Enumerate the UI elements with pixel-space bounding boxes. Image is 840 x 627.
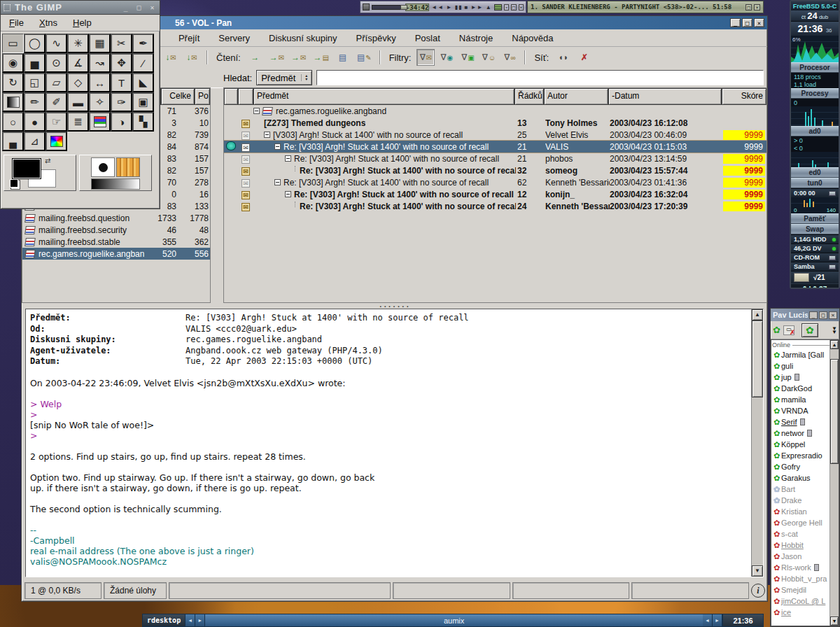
taskbar-window-button[interactable]: aumix bbox=[205, 614, 703, 626]
state-column-header[interactable] bbox=[238, 88, 253, 105]
contact-row[interactable]: ✿ Expresradio bbox=[771, 450, 830, 461]
contact-row[interactable]: ✿ Kristian bbox=[771, 506, 830, 517]
gimp-tool-button[interactable]: ◉ bbox=[2, 53, 24, 73]
process-panel-label[interactable]: Procesy bbox=[791, 88, 839, 99]
gimp-tool-button[interactable]: ⊿ bbox=[24, 132, 46, 151]
gimp-tool-button[interactable]: ◑ bbox=[111, 112, 132, 132]
contact-row[interactable]: ✿ networ bbox=[771, 428, 830, 439]
contact-row[interactable]: ✿ s-cat bbox=[771, 528, 830, 540]
gimp-tool-button[interactable]: ☞ bbox=[46, 112, 67, 132]
net1-panel-label[interactable]: ed0 bbox=[791, 167, 839, 178]
xmms-minimize-button[interactable]: - bbox=[504, 4, 509, 10]
brush-preview[interactable] bbox=[91, 157, 115, 177]
article-row[interactable]: [V303] Argh! Stuck at 1400' with no sour… bbox=[224, 129, 766, 141]
toolbar-button[interactable]: ▤ bbox=[334, 49, 352, 66]
xmms-seek-slider[interactable] bbox=[372, 5, 403, 10]
timer-button[interactable] bbox=[829, 191, 836, 196]
net2-chart[interactable] bbox=[791, 197, 839, 207]
group-header[interactable]: Online bbox=[771, 341, 830, 349]
contact-row[interactable]: ✿ Smejdil bbox=[771, 584, 830, 596]
pan-toolbar-item[interactable]: ∇◉ bbox=[438, 49, 456, 66]
gimp-tool-button[interactable]: ✳ bbox=[67, 34, 89, 53]
lines-column-header[interactable]: Řádků bbox=[514, 88, 544, 105]
tree-expander-icon[interactable] bbox=[253, 108, 260, 114]
fg-bg-color-selector[interactable]: ⇄ bbox=[4, 155, 76, 191]
po-column-header[interactable]: Po bbox=[195, 88, 210, 105]
gimp-tool-button[interactable]: ✒ bbox=[132, 34, 154, 53]
gimp-tool-button[interactable]: ◱ bbox=[24, 73, 46, 92]
cdrom-panel[interactable]: CD-ROM bbox=[791, 253, 839, 262]
gimp-menu-item[interactable]: File bbox=[9, 17, 24, 28]
article-row[interactable]: Re: [V303] Argh! Stuck at 1400' with no … bbox=[224, 153, 766, 164]
memory-panel-label[interactable]: Paměť bbox=[791, 213, 839, 224]
contact-row[interactable]: ✿ George Hell bbox=[771, 517, 830, 528]
scroll-thumb[interactable] bbox=[752, 320, 763, 397]
contact-row[interactable]: ✿ jimCooL @ L bbox=[771, 596, 830, 607]
contact-row[interactable]: ✿ mamila bbox=[771, 394, 830, 405]
gimp-tool-button[interactable]: ▱ bbox=[46, 73, 67, 92]
toolbar-button[interactable]: ↓✉ bbox=[162, 49, 180, 66]
toolbar-button[interactable]: ↓✉ bbox=[183, 49, 201, 66]
article-row[interactable]: Re: [V303] Argh! Stuck at 1400' with no … bbox=[224, 176, 766, 188]
gimp-tool-button[interactable] bbox=[2, 92, 24, 112]
article-row[interactable]: rec.games.roguelike.angband bbox=[224, 105, 766, 117]
pan-toolbar-item[interactable]: → bbox=[246, 49, 265, 66]
xmms-unshade-button[interactable]: □ bbox=[511, 4, 516, 10]
gimp-titlebar[interactable]: The GIMP _ □ ✕ bbox=[1, 1, 160, 15]
tree-expander-icon[interactable] bbox=[285, 191, 291, 197]
gimp-tool-button[interactable] bbox=[46, 132, 67, 151]
xmms-eq-toggle[interactable] bbox=[494, 4, 502, 10]
gkrellm-date[interactable]: čt 24 dub bbox=[791, 10, 839, 21]
mailbox-icon[interactable] bbox=[794, 273, 809, 282]
foreground-color-swatch[interactable] bbox=[13, 159, 41, 178]
contact-row[interactable]: ✿ Jason bbox=[771, 551, 830, 562]
body-scrollbar[interactable]: ▲ ▼ bbox=[751, 309, 763, 577]
cpu-chart[interactable]: 6% bbox=[791, 36, 839, 62]
eject-button[interactable] bbox=[829, 255, 836, 260]
pan-menu-item[interactable]: Nástroje bbox=[459, 33, 493, 43]
scroll-thumb[interactable] bbox=[830, 359, 839, 464]
gimp-menu-item[interactable]: Help bbox=[73, 17, 92, 28]
gimp-menu-item[interactable]: Xtns bbox=[39, 17, 57, 28]
gimp-tool-button[interactable]: ▭ bbox=[2, 34, 24, 53]
tree-expander-icon[interactable] bbox=[274, 179, 281, 185]
pan-toolbar-item[interactable]: Filtry: bbox=[386, 51, 414, 64]
gimp-tool-button[interactable]: ↔ bbox=[89, 73, 111, 92]
gimp-tool-button[interactable]: ● bbox=[24, 112, 46, 132]
pan-toolbar-item[interactable]: ▤✎ bbox=[355, 49, 374, 66]
pan-menu-item[interactable]: Příspěvky bbox=[356, 33, 396, 43]
taskbar-active-task[interactable]: rdesktop bbox=[143, 614, 186, 626]
playlist-close-button[interactable]: ✕ bbox=[754, 4, 760, 10]
toolbar-button[interactable]: →▤ bbox=[311, 49, 330, 66]
contact-row[interactable]: ✿ Drake bbox=[771, 495, 830, 506]
playlist-unshade-button[interactable]: □ bbox=[746, 4, 752, 10]
pan-toolbar-item[interactable]: ∇☺ bbox=[479, 49, 498, 66]
pan-toolbar-item[interactable]: →✉ bbox=[267, 49, 286, 66]
gimp-tool-button[interactable]: ▚ bbox=[132, 112, 154, 132]
gimp-tool-button[interactable]: ∕ bbox=[132, 53, 154, 73]
article-row[interactable]: Re: [V303] Argh! Stuck at 1400' with no … bbox=[224, 164, 766, 176]
contact-row[interactable]: ✿ Hobbit_v_pra bbox=[771, 573, 830, 584]
licq-maximize-button[interactable]: □ bbox=[819, 311, 827, 319]
gimp-tool-button[interactable]: ↻ bbox=[2, 73, 24, 92]
gimp-tool-button[interactable]: ○ bbox=[2, 112, 24, 132]
toolbar-button[interactable]: ∇◉ bbox=[438, 49, 456, 66]
pan-menu-item[interactable]: Poslat bbox=[415, 33, 440, 43]
toolbar-button[interactable]: ✗ bbox=[575, 49, 594, 66]
group-row[interactable]: mailing.freebsd.question 1733 1778 bbox=[22, 212, 210, 224]
scroll-down-icon[interactable]: ▼ bbox=[830, 617, 839, 626]
pan-toolbar-item[interactable]: ∇∞ bbox=[500, 49, 519, 66]
gimp-tool-button[interactable]: ≣ bbox=[67, 112, 89, 132]
taskbar-left-arrow[interactable]: ◄ bbox=[186, 614, 195, 626]
gimp-tool-button[interactable]: ∡ bbox=[67, 53, 89, 73]
disk-panel-label[interactable]: ad0 bbox=[791, 126, 839, 136]
gimp-tool-button[interactable]: ◯ bbox=[24, 34, 46, 53]
fs1-panel[interactable]: 1,14G HDD bbox=[791, 234, 839, 244]
pan-toolbar-item[interactable]: ∇▣ bbox=[458, 49, 477, 66]
toolbar-button[interactable]: ◖◗ bbox=[554, 49, 573, 66]
taskbar-right-arrow[interactable]: ► bbox=[195, 614, 205, 626]
subject-column-header[interactable]: Předmět bbox=[253, 88, 514, 105]
gimp-tool-button[interactable]: ◇ bbox=[67, 73, 89, 92]
pan-toolbar-item[interactable]: →✉ bbox=[289, 49, 308, 66]
pan-menu-item[interactable]: Přejít bbox=[178, 33, 200, 43]
